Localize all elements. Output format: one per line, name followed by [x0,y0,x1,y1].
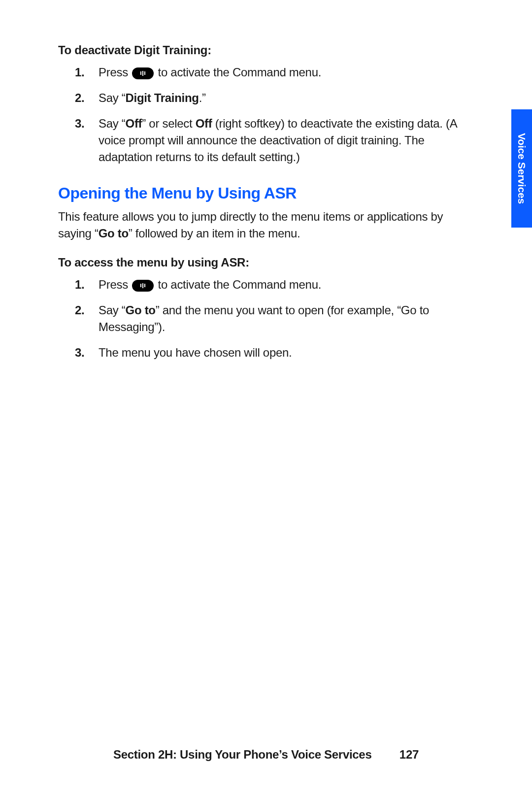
step-text: Press [99,278,131,291]
side-tab-label: Voice Services [516,133,528,204]
step-bold: Digit Training [126,91,199,104]
access-steps: Press to activate the Command menu. Say … [58,276,473,361]
step-text: The menu you have chosen will open. [99,346,292,359]
access-step-3: The menu you have chosen will open. [95,344,473,361]
step-text: Say “ [99,117,126,130]
step-text: Say “ [99,91,126,104]
intro-bold: Go to [99,227,129,240]
deactivate-step-2: Say “Digit Training.” [95,90,473,106]
deactivate-steps: Press to activate the Command menu. Say … [58,64,473,166]
step-bold: Go to [126,303,156,317]
deactivate-heading: To deactivate Digit Training: [58,43,473,57]
page-number: 127 [399,748,419,762]
footer-section-title: Section 2H: Using Your Phone’s Voice Ser… [113,748,371,761]
step-text: .” [199,91,206,104]
step-text: ” or select [142,117,195,130]
manual-page: Voice Services To deactivate Digit Train… [0,0,532,798]
page-footer: Section 2H: Using Your Phone’s Voice Ser… [0,748,532,762]
deactivate-step-3: Say “Off” or select Off (right softkey) … [95,115,473,166]
step-bold: Off [196,117,212,130]
access-heading: To access the menu by using ASR: [58,256,473,269]
asr-heading: Opening the Menu by Using ASR [58,184,473,202]
step-text: Press [99,66,131,79]
step-bold: Off [126,117,142,130]
side-tab: Voice Services [511,109,532,228]
step-text: to activate the Command menu. [155,66,321,79]
step-text: Say “ [99,303,126,317]
access-step-1: Press to activate the Command menu. [95,276,473,293]
speech-button-icon [132,280,154,292]
deactivate-step-1: Press to activate the Command menu. [95,64,473,81]
step-text: to activate the Command menu. [155,278,321,291]
speech-button-icon [132,67,154,79]
intro-text: ” followed by an item in the menu. [129,227,300,240]
access-step-2: Say “Go to” and the menu you want to ope… [95,302,473,335]
asr-intro: This feature allows you to jump directly… [58,208,473,242]
